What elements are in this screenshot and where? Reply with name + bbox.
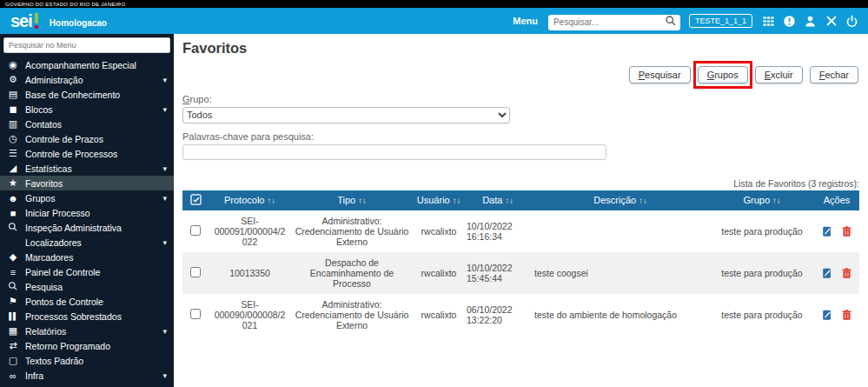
edit-favorite-icon[interactable] xyxy=(821,309,833,321)
sidebar-item-pontos-de-controle[interactable]: ⚑ Pontos de Controle xyxy=(0,294,174,309)
sidebar-item-iniciar-processo[interactable]: ■ Iniciar Processo xyxy=(0,205,174,220)
cell-acoes xyxy=(814,252,859,294)
sidebar-search-input[interactable] xyxy=(3,37,170,53)
column-header-acoes: Ações xyxy=(814,190,859,210)
sidebar-item-base-de-conhecimento[interactable]: ▤ Base de Conhecimento xyxy=(0,87,174,102)
menu-button[interactable]: Menu xyxy=(513,16,538,26)
user-button[interactable]: TESTE_1_1_1 xyxy=(689,14,752,28)
page-title: Favoritos xyxy=(182,40,859,57)
chevron-down-icon: ▾ xyxy=(162,164,167,173)
document-icon: ▢ xyxy=(6,355,20,366)
column-header-protocolo[interactable]: Protocolo↑↓ xyxy=(209,190,291,210)
sidebar-item-infra[interactable]: ∞ Infra ▾ xyxy=(0,368,174,383)
column-header-data[interactable]: Data↑↓ xyxy=(465,190,531,210)
cell-usuario: rwcalixto xyxy=(413,294,465,336)
sidebar-item-marcadores[interactable]: ◆ Marcadores xyxy=(0,250,174,264)
exchange-icon: ⇄ xyxy=(6,340,20,351)
column-header-tipo[interactable]: Tipo↑↓ xyxy=(291,190,413,210)
users-icon: ☻ xyxy=(6,193,20,204)
control-panel-grid-icon[interactable] xyxy=(761,14,776,29)
sidebar-item-processos-sobrestados[interactable]: ▌▌ Processos Sobrestados xyxy=(0,309,174,324)
sort-icon[interactable]: ↑↓ xyxy=(358,196,367,205)
edit-favorite-icon[interactable] xyxy=(821,225,833,237)
column-header-usuario[interactable]: Usuário↑↓ xyxy=(413,190,465,210)
star-icon: ★ xyxy=(6,177,20,189)
reports-grid-icon: ▦ xyxy=(6,325,20,337)
check-all-icon[interactable] xyxy=(190,194,202,205)
cell-protocolo: SEI-000091/000004/2022 xyxy=(209,210,291,252)
search-icon[interactable] xyxy=(665,15,677,27)
excluir-button[interactable]: Excluir xyxy=(755,66,803,83)
sidebar-item-inspecao-administrativa[interactable]: Inspeção Administrativa xyxy=(0,220,174,235)
sort-icon[interactable]: ↑↓ xyxy=(639,196,647,205)
chevron-down-icon: ▾ xyxy=(162,238,167,247)
cell-tipo: Administrativo: Credenciamento de Usuári… xyxy=(291,294,413,336)
process-list-icon: ☰ xyxy=(6,148,20,159)
sidebar-item-acompanhamento-especial[interactable]: ◉ Acompanhamento Especial xyxy=(0,57,174,72)
grupos-button[interactable]: Grupos xyxy=(698,66,748,83)
sidebar-item-grupos[interactable]: ☻ Grupos ▾ xyxy=(0,190,174,205)
sidebar-item-pesquisa[interactable]: Pesquisa xyxy=(0,279,174,294)
chevron-down-icon: ▾ xyxy=(162,105,167,114)
column-header-descricao[interactable]: Descrição↑↓ xyxy=(531,190,710,210)
cell-descricao: teste coogsei xyxy=(531,252,710,294)
chevron-down-icon: ▾ xyxy=(162,371,167,380)
sidebar-item-localizadores[interactable]: Localizadores ▾ xyxy=(0,235,174,250)
cell-grupo: teste para produção xyxy=(710,210,814,252)
power-icon[interactable] xyxy=(845,14,859,29)
sidebar-item-controle-de-processos[interactable]: ☰ Controle de Processos xyxy=(0,146,174,161)
column-header-grupo[interactable]: Grupo↑↓ xyxy=(710,190,814,210)
contact-card-icon: ▥ xyxy=(6,118,20,130)
government-title: GOVERNO DO ESTADO DO RIO DE JANEIRO xyxy=(5,2,125,7)
search-icon xyxy=(6,281,20,293)
cell-acoes xyxy=(814,210,859,252)
delete-favorite-icon[interactable] xyxy=(841,225,852,237)
sidebar-item-painel-de-controle[interactable]: ≡ Painel de Controle xyxy=(0,264,174,279)
delete-favorite-icon[interactable] xyxy=(841,267,852,279)
sidebar-item-textos-padrao[interactable]: ▢ Textos Padrão xyxy=(0,353,174,368)
sort-icon[interactable]: ↑↓ xyxy=(772,196,781,205)
sei-logo[interactable]: sei xyxy=(10,12,39,30)
sort-icon[interactable]: ↑↓ xyxy=(505,196,514,205)
database-icon: ▤ xyxy=(6,89,20,100)
select-all-checkbox[interactable] xyxy=(182,190,209,210)
edit-favorite-icon[interactable] xyxy=(821,267,833,279)
list-caption: Lista de Favoritos (3 registros): xyxy=(182,178,859,189)
cell-acoes xyxy=(814,294,859,336)
tools-icon[interactable] xyxy=(824,14,838,29)
pause-icon: ▌▌ xyxy=(6,312,20,320)
main-content: Favoritos Pesquisar Grupos Excluir Fecha… xyxy=(174,34,868,387)
cell-grupo: teste para produção xyxy=(710,252,814,294)
cell-descricao: teste do ambiente de homologação xyxy=(531,294,710,336)
eye-icon: ◉ xyxy=(6,59,20,70)
briefcase-icon: ◼ xyxy=(6,103,20,115)
user-profile-icon[interactable] xyxy=(803,14,818,29)
sidebar-item-contatos[interactable]: ▥ Contatos xyxy=(0,117,174,131)
sidebar-item-favoritos[interactable]: ★ Favoritos xyxy=(0,176,174,190)
alert-exclamation-icon[interactable] xyxy=(782,14,797,29)
sidebar: ◉ Acompanhamento Especial ⚙ Administraçã… xyxy=(0,34,174,387)
fechar-button[interactable]: Fechar xyxy=(810,66,858,83)
sidebar-item-relatorios[interactable]: ▦ Relatórios ▾ xyxy=(0,324,174,338)
infra-icon: ∞ xyxy=(6,370,20,381)
group-select[interactable]: Todos xyxy=(182,107,510,123)
sidebar-item-retorno-programado[interactable]: ⇄ Retorno Programado xyxy=(0,338,174,353)
pesquisar-button[interactable]: Pesquisar xyxy=(629,66,691,83)
keywords-input[interactable] xyxy=(182,144,606,160)
sidebar-item-estatisticas[interactable]: ◢ Estatísticas ▾ xyxy=(0,161,174,176)
cell-usuario: rwcalixto xyxy=(413,210,465,252)
header-search-input[interactable] xyxy=(548,15,680,30)
sort-icon[interactable]: ↑↓ xyxy=(453,196,461,205)
chevron-down-icon: ▾ xyxy=(162,194,167,203)
row-checkbox[interactable] xyxy=(190,309,201,319)
row-checkbox[interactable] xyxy=(190,225,201,236)
sidebar-item-administracao[interactable]: ⚙ Administração ▾ xyxy=(0,72,174,87)
sidebar-item-blocos[interactable]: ◼ Blocos ▾ xyxy=(0,102,174,117)
row-checkbox[interactable] xyxy=(190,267,201,277)
sort-icon[interactable]: ↑↓ xyxy=(267,196,275,205)
favorites-table: Protocolo↑↓ Tipo↑↓ Usuário↑↓ Data↑↓ Desc… xyxy=(182,190,859,336)
delete-favorite-icon[interactable] xyxy=(841,309,852,321)
chevron-down-icon: ▾ xyxy=(162,76,167,84)
app-header: sei Homologacao Menu TESTE_1_1_1 xyxy=(0,8,868,34)
sidebar-item-controle-de-prazos[interactable]: ◷ Controle de Prazos xyxy=(0,131,174,146)
